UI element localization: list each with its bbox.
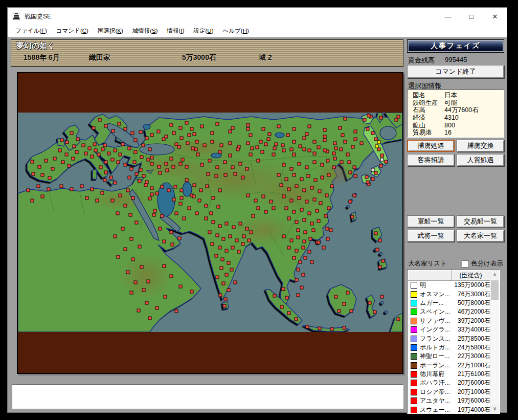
city-marker[interactable]	[295, 318, 298, 321]
city-marker[interactable]	[282, 149, 285, 152]
city-marker[interactable]	[178, 237, 181, 240]
city-marker[interactable]	[264, 210, 267, 213]
city-marker[interactable]	[139, 130, 142, 134]
city-marker[interactable]	[371, 131, 374, 135]
city-marker[interactable]	[124, 163, 127, 166]
city-marker[interactable]	[245, 227, 249, 230]
city-marker[interactable]	[145, 181, 148, 184]
city-marker[interactable]	[329, 229, 332, 232]
world-map[interactable]	[18, 113, 402, 332]
city-marker[interactable]	[324, 214, 327, 217]
city-marker[interactable]	[104, 171, 107, 174]
city-marker[interactable]	[395, 118, 398, 121]
city-marker[interactable]	[272, 207, 275, 210]
city-marker[interactable]	[140, 266, 143, 269]
city-marker[interactable]	[304, 231, 307, 234]
city-marker[interactable]	[185, 165, 188, 168]
city-marker[interactable]	[124, 204, 127, 207]
city-marker[interactable]	[142, 174, 145, 178]
city-marker[interactable]	[302, 246, 305, 249]
city-marker[interactable]	[212, 220, 215, 224]
city-marker[interactable]	[277, 173, 280, 176]
city-marker[interactable]	[218, 150, 221, 153]
city-marker[interactable]	[155, 306, 159, 310]
city-marker[interactable]	[193, 132, 196, 136]
city-marker[interactable]	[257, 159, 260, 162]
city-marker[interactable]	[350, 310, 353, 313]
city-marker[interactable]	[303, 218, 306, 222]
city-marker[interactable]	[200, 163, 204, 166]
city-marker[interactable]	[211, 140, 214, 143]
city-marker[interactable]	[164, 295, 167, 298]
city-marker[interactable]	[247, 239, 251, 242]
daimyo-row[interactable]: サファヴ...39万2000石	[408, 317, 490, 325]
city-marker[interactable]	[211, 242, 214, 246]
city-marker[interactable]	[380, 158, 384, 161]
city-marker[interactable]	[27, 189, 30, 192]
city-marker[interactable]	[186, 142, 189, 145]
city-marker[interactable]	[212, 196, 215, 200]
city-marker[interactable]	[138, 180, 141, 183]
city-marker[interactable]	[142, 289, 145, 292]
city-marker[interactable]	[322, 246, 325, 249]
city-marker[interactable]	[195, 212, 198, 215]
city-marker[interactable]	[148, 197, 151, 200]
city-marker[interactable]	[321, 163, 324, 166]
city-marker[interactable]	[130, 291, 133, 294]
city-marker[interactable]	[225, 273, 228, 276]
city-marker[interactable]	[183, 217, 186, 220]
city-marker[interactable]	[290, 199, 293, 202]
city-marker[interactable]	[114, 181, 117, 184]
city-marker[interactable]	[285, 296, 288, 299]
city-marker[interactable]	[290, 148, 293, 151]
menu-command[interactable]: コマンド(C)	[52, 26, 93, 36]
city-marker[interactable]	[134, 150, 137, 153]
city-marker[interactable]	[277, 125, 280, 128]
city-marker[interactable]	[302, 273, 305, 276]
city-marker[interactable]	[135, 172, 138, 175]
city-marker[interactable]	[170, 123, 173, 126]
daimyo-row[interactable]: スウェー...19万4000石	[408, 405, 490, 413]
city-marker[interactable]	[381, 259, 385, 262]
city-marker[interactable]	[287, 188, 290, 191]
scroll-down-icon[interactable]: ∨	[490, 404, 499, 413]
city-marker[interactable]	[38, 165, 41, 168]
city-marker[interactable]	[292, 153, 296, 156]
city-marker[interactable]	[218, 189, 221, 192]
city-marker[interactable]	[84, 152, 87, 155]
city-marker[interactable]	[239, 222, 242, 225]
city-marker[interactable]	[246, 194, 250, 197]
city-marker[interactable]	[300, 178, 303, 181]
city-marker[interactable]	[188, 207, 191, 210]
daimyo-row[interactable]: 徳川幕府21万6100石	[408, 370, 490, 379]
city-marker[interactable]	[190, 290, 193, 293]
city-marker[interactable]	[297, 294, 300, 297]
city-marker[interactable]	[318, 327, 321, 330]
city-marker[interactable]	[344, 117, 347, 120]
city-marker[interactable]	[144, 184, 147, 187]
city-marker[interactable]	[326, 237, 329, 240]
city-marker[interactable]	[93, 143, 96, 146]
city-marker[interactable]	[360, 142, 363, 145]
city-marker[interactable]	[368, 301, 371, 304]
city-marker[interactable]	[119, 194, 122, 197]
city-marker[interactable]	[246, 142, 250, 145]
city-marker[interactable]	[374, 138, 377, 141]
menu-settings[interactable]: 設定(U)	[189, 26, 218, 36]
city-marker[interactable]	[172, 165, 175, 168]
city-marker[interactable]	[220, 267, 223, 270]
city-marker[interactable]	[170, 157, 173, 160]
city-marker[interactable]	[286, 134, 289, 137]
menu-help[interactable]: ヘルプ(H)	[218, 26, 253, 36]
prisoner-exchange-button[interactable]: 捕虜交換	[457, 140, 504, 152]
city-marker[interactable]	[351, 215, 354, 218]
city-marker[interactable]	[251, 147, 254, 150]
city-marker[interactable]	[397, 318, 400, 321]
daimyo-row[interactable]: 明135万9000石	[408, 281, 490, 290]
scroll-up-icon[interactable]: ∧	[490, 270, 499, 279]
city-marker[interactable]	[374, 171, 377, 174]
city-marker[interactable]	[295, 249, 298, 252]
city-marker[interactable]	[170, 275, 173, 278]
city-marker[interactable]	[196, 153, 199, 156]
guest-general-invite-button[interactable]: 客将招請	[407, 154, 455, 166]
